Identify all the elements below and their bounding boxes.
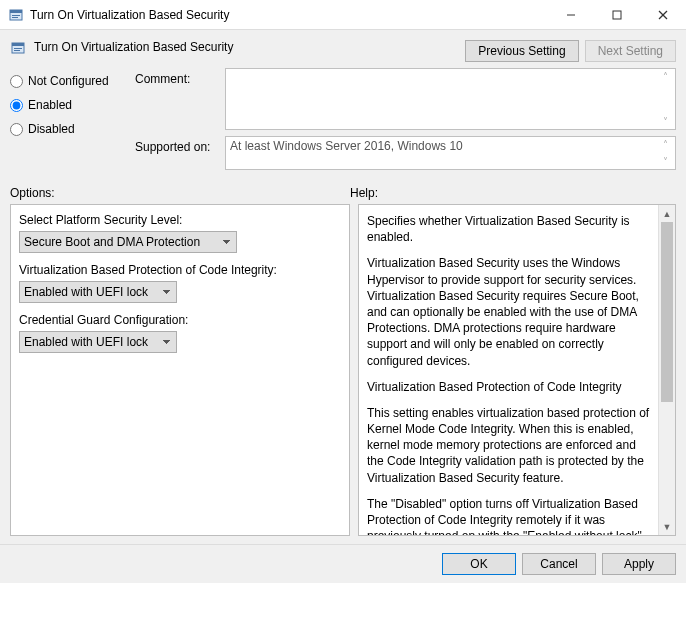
svg-rect-1 — [10, 10, 22, 13]
help-panel: Specifies whether Virtualization Based S… — [358, 204, 676, 536]
comment-scroll: ˄˅ — [657, 71, 673, 127]
maximize-button[interactable] — [594, 0, 640, 30]
help-label: Help: — [350, 186, 378, 200]
help-text: This setting enables virtualization base… — [367, 405, 653, 486]
vbci-label: Virtualization Based Protection of Code … — [19, 263, 341, 277]
options-panel: Select Platform Security Level: Secure B… — [10, 204, 350, 536]
credguard-label: Credential Guard Configuration: — [19, 313, 341, 327]
help-text: Virtualization Based Protection of Code … — [367, 379, 653, 395]
svg-rect-2 — [12, 15, 20, 16]
scroll-up-icon[interactable]: ▲ — [659, 205, 675, 222]
help-text: Virtualization Based Security uses the W… — [367, 255, 653, 368]
radio-enabled[interactable]: Enabled — [10, 98, 125, 112]
supported-on-field: At least Windows Server 2016, Windows 10… — [225, 136, 676, 170]
next-setting-button: Next Setting — [585, 40, 676, 62]
radio-enabled-input[interactable] — [10, 99, 23, 112]
supported-scroll: ˄˅ — [657, 139, 673, 167]
comment-input[interactable]: ˄˅ — [225, 68, 676, 130]
cancel-button[interactable]: Cancel — [522, 553, 596, 575]
help-text: The "Disabled" option turns off Virtuali… — [367, 496, 653, 536]
titlebar: Turn On Virtualization Based Security — [0, 0, 686, 30]
svg-rect-3 — [12, 17, 18, 18]
supported-label: Supported on: — [135, 136, 217, 154]
minimize-button[interactable] — [548, 0, 594, 30]
footer: OK Cancel Apply — [0, 544, 686, 583]
header: Turn On Virtualization Based Security Pr… — [0, 30, 686, 68]
options-label: Options: — [10, 186, 350, 200]
radio-disabled-input[interactable] — [10, 123, 23, 136]
scroll-down-icon[interactable]: ▼ — [659, 518, 675, 535]
platform-security-select[interactable]: Secure Boot and DMA Protection — [19, 231, 237, 253]
svg-rect-11 — [14, 50, 20, 51]
radio-not-configured-label: Not Configured — [28, 74, 109, 88]
comment-label: Comment: — [135, 68, 217, 86]
config-area: Not Configured Enabled Disabled Comment:… — [0, 68, 686, 180]
svg-rect-9 — [12, 43, 24, 46]
section-labels: Options: Help: — [0, 180, 686, 204]
radio-not-configured-input[interactable] — [10, 75, 23, 88]
vbci-select[interactable]: Enabled with UEFI lock — [19, 281, 177, 303]
supported-on-value: At least Windows Server 2016, Windows 10 — [230, 139, 463, 153]
radio-disabled-label: Disabled — [28, 122, 75, 136]
policy-icon — [8, 7, 24, 23]
previous-setting-button[interactable]: Previous Setting — [465, 40, 578, 62]
policy-icon — [10, 40, 26, 56]
help-text: Specifies whether Virtualization Based S… — [367, 213, 653, 245]
apply-button[interactable]: Apply — [602, 553, 676, 575]
svg-rect-10 — [14, 48, 22, 49]
credguard-select[interactable]: Enabled with UEFI lock — [19, 331, 177, 353]
radio-disabled[interactable]: Disabled — [10, 122, 125, 136]
platform-security-label: Select Platform Security Level: — [19, 213, 341, 227]
close-button[interactable] — [640, 0, 686, 30]
radio-enabled-label: Enabled — [28, 98, 72, 112]
ok-button[interactable]: OK — [442, 553, 516, 575]
svg-rect-5 — [613, 11, 621, 19]
policy-title: Turn On Virtualization Based Security — [34, 38, 457, 54]
panels: Select Platform Security Level: Secure B… — [0, 204, 686, 544]
window-title: Turn On Virtualization Based Security — [30, 8, 548, 22]
scroll-thumb[interactable] — [661, 222, 673, 402]
radio-not-configured[interactable]: Not Configured — [10, 74, 125, 88]
help-scrollbar[interactable]: ▲ ▼ — [658, 205, 675, 535]
